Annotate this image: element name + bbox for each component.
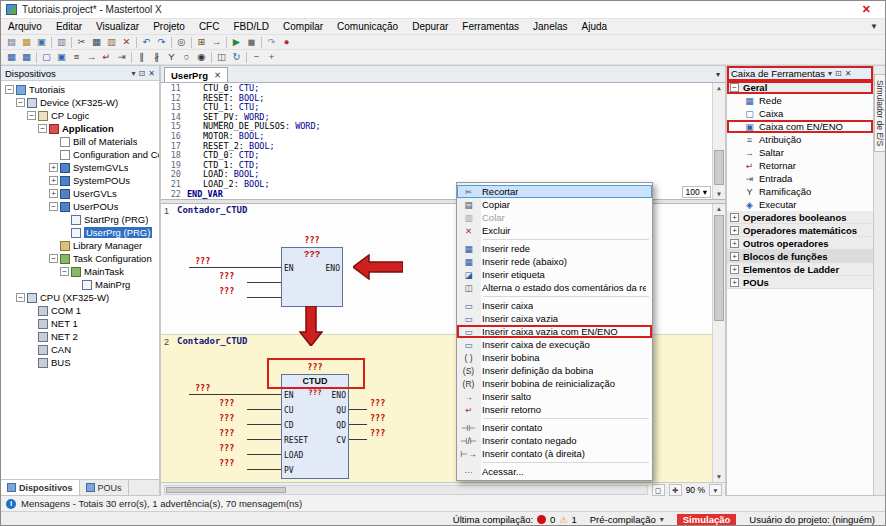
redo-icon[interactable]: ↷ <box>154 35 169 49</box>
fit-width-icon[interactable]: ✚ <box>669 484 682 496</box>
fit-page-icon[interactable]: ◻ <box>652 484 665 496</box>
instance-name[interactable]: ??? <box>281 235 343 246</box>
toggle-comment-icon[interactable]: ◫ <box>214 50 229 64</box>
expand-icon[interactable]: + <box>49 163 58 172</box>
instance-name[interactable]: ??? <box>281 362 349 373</box>
tab-list-dropdown-icon[interactable]: ▾ <box>716 70 720 79</box>
menu-item-inserir-caixa-vazia-com-en-eno[interactable]: ▭Inserir caixa vazia com EN/ENO <box>457 325 652 338</box>
operand-value[interactable]: ??? <box>219 428 234 439</box>
collapse-icon[interactable]: − <box>27 111 36 120</box>
insert-jump-icon[interactable]: → <box>84 50 99 64</box>
ladder-hscrollbar[interactable] <box>164 485 648 495</box>
toolbox-group-geral[interactable]: −Geral <box>727 81 873 94</box>
close-icon[interactable]: ✕ <box>148 69 155 78</box>
menu-ajuda[interactable]: Ajuda <box>574 19 614 35</box>
menu-item-recortar[interactable]: ✂Recortar <box>457 185 652 198</box>
open-project-icon[interactable]: ▦ <box>19 35 34 49</box>
tree-item-configuration-and-consumpt[interactable]: Configuration and Consumpt <box>1 148 159 161</box>
operand-value[interactable]: ??? <box>195 256 210 267</box>
menu-item-inserir-caixa-vazia[interactable]: ▭Inserir caixa vazia <box>457 312 652 325</box>
operand-value[interactable]: ??? <box>370 428 385 439</box>
tree-item-startprg-prg[interactable]: StartPrg (PRG) <box>1 213 159 226</box>
insert-box-eneno-icon[interactable]: ▣ <box>54 50 69 64</box>
menu-compilar[interactable]: Compilar <box>276 19 330 35</box>
tree-item-application[interactable]: −Application <box>1 122 159 135</box>
toolbox-group-operadores-booleanos[interactable]: +Operadores booleanos <box>727 211 873 224</box>
menu-editar[interactable]: Editar <box>49 19 89 35</box>
input-pin[interactable]: LOAD <box>284 451 303 460</box>
toolbox-item-retornar[interactable]: ↵Retornar <box>727 159 873 172</box>
scrollbar-thumb[interactable] <box>714 150 724 185</box>
expand-icon[interactable]: + <box>730 265 739 274</box>
collapse-icon[interactable]: − <box>16 98 25 107</box>
insert-set-coil-icon[interactable]: ◉ <box>194 50 209 64</box>
print-icon[interactable]: ▥ <box>54 35 69 49</box>
menu-ferramentas[interactable]: Ferramentas <box>455 19 526 35</box>
paste-icon[interactable]: ▥ <box>104 35 119 49</box>
tree-item-systemgvls[interactable]: +SystemGVLs <box>1 161 159 174</box>
operand-value[interactable]: ??? <box>195 383 210 394</box>
tree-item-library-manager[interactable]: Library Manager <box>1 239 159 252</box>
toolbox-item-atribuicao[interactable]: ≡Atribuição <box>727 133 873 146</box>
menu-arquivo[interactable]: Arquivo <box>1 19 49 35</box>
insert-input-icon[interactable]: ⇥ <box>114 50 129 64</box>
menu-item-acessar[interactable]: ···Acessar... <box>457 465 652 478</box>
collapse-icon[interactable]: − <box>60 267 69 276</box>
insert-return-icon[interactable]: ↵ <box>99 50 114 64</box>
collapse-icon[interactable]: − <box>49 202 58 211</box>
menu-item-inserir-caixa[interactable]: ▭Inserir caixa <box>457 299 652 312</box>
tree-item-usergvls[interactable]: +UserGVLs <box>1 187 159 200</box>
menu-item-inserir-bobina[interactable]: ( )Inserir bobina <box>457 351 652 364</box>
tree-item-can[interactable]: CAN <box>1 343 159 356</box>
expand-icon[interactable]: + <box>730 252 739 261</box>
collapse-icon[interactable]: − <box>49 254 58 263</box>
operand-value[interactable]: ??? <box>370 413 385 424</box>
tree-item-cpu-xf325-w[interactable]: −CPU (XF325-W) <box>1 291 159 304</box>
dropdown-icon[interactable]: ▾ <box>660 515 664 524</box>
menu-janelas[interactable]: Janelas <box>526 19 574 35</box>
tree-item-cp-logic[interactable]: −CP Logic <box>1 109 159 122</box>
stop-icon[interactable]: ◼ <box>244 35 259 49</box>
menu-item-inserir-bobina-de-reinicializacao[interactable]: (R)Inserir bobina de reinicialização <box>457 377 652 390</box>
pin-icon[interactable]: ⊡ <box>835 69 842 78</box>
window-close-button[interactable]: ✕ <box>853 3 880 16</box>
menu-item-inserir-rede-abaixo[interactable]: ▦Inserir rede (abaixo) <box>457 255 652 268</box>
scroll-up-icon[interactable]: ▲ <box>713 83 725 93</box>
insert-contact-icon[interactable]: ∥ <box>134 50 149 64</box>
menu-item-colar[interactable]: ▥Colar <box>457 211 652 224</box>
tree-item-net-1[interactable]: NET 1 <box>1 317 159 330</box>
insert-negated-contact-icon[interactable]: ∦ <box>149 50 164 64</box>
scrollbar-thumb[interactable] <box>714 215 724 321</box>
collapse-icon[interactable]: − <box>730 83 739 92</box>
ladder-scrollbar[interactable]: ▲ ▼ <box>712 204 725 482</box>
menu-fbd-ld[interactable]: FBD/LD <box>226 19 276 35</box>
toolbox-group-outros-operadores[interactable]: +Outros operadores <box>727 237 873 250</box>
zoom-dropdown-icon[interactable]: ▾ <box>703 187 707 197</box>
toolbox-item-entrada[interactable]: ⇥Entrada <box>727 172 873 185</box>
expand-icon[interactable]: + <box>49 189 58 198</box>
input-pin[interactable]: CD <box>284 421 294 430</box>
panel-tab-dispositivos[interactable]: Dispositivos <box>1 480 80 495</box>
build-icon[interactable]: ⊞ <box>194 35 209 49</box>
tree-item-userpous[interactable]: −UserPOUs <box>1 200 159 213</box>
zoom-menu-icon[interactable]: ▾ <box>709 484 722 496</box>
filter-icon[interactable]: ▼ <box>870 22 885 31</box>
menu-item-inserir-retorno[interactable]: ↵Inserir retorno <box>457 403 652 416</box>
declaration-scrollbar[interactable]: ▲ ▼ <box>712 83 725 199</box>
pin-icon[interactable]: ⊡ <box>139 69 146 78</box>
menu-item-inserir-contato-negado[interactable]: ⊣/⊢Inserir contato negado <box>457 434 652 447</box>
tab-userprg[interactable]: UserPrg ✕ <box>164 67 228 82</box>
menu-item-inserir-definicao-da-bobina[interactable]: (S)Inserir definição da bobina <box>457 364 652 377</box>
operand-value[interactable]: ??? <box>370 398 385 409</box>
tree-item-maintask[interactable]: −MainTask <box>1 265 159 278</box>
expand-icon[interactable]: + <box>49 176 58 185</box>
refresh-icon[interactable]: ↻ <box>229 50 244 64</box>
panel-tab-pous[interactable]: POUs <box>80 480 129 495</box>
insert-branch-icon[interactable]: Y <box>164 50 179 64</box>
fbd-box[interactable]: ???ENENO <box>281 247 343 307</box>
output-pin[interactable]: ENO <box>326 264 340 273</box>
insert-coil-icon[interactable]: ○ <box>179 50 194 64</box>
toolbox-item-ramificacao[interactable]: YRamificação <box>727 185 873 198</box>
menu-item-excluir[interactable]: ✕Excluir <box>457 224 652 237</box>
toolbox-item-saltar[interactable]: →Saltar <box>727 146 873 159</box>
